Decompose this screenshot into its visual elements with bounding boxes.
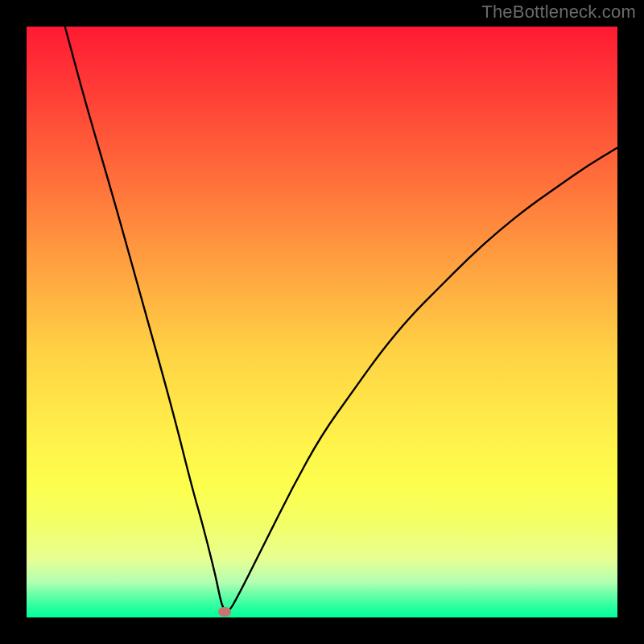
curve-path — [65, 27, 617, 611]
optimal-point-marker — [218, 607, 231, 617]
bottleneck-curve — [27, 27, 617, 617]
watermark-text: TheBottleneck.com — [481, 2, 636, 23]
chart-frame: TheBottleneck.com — [0, 0, 644, 644]
plot-area — [27, 27, 617, 617]
